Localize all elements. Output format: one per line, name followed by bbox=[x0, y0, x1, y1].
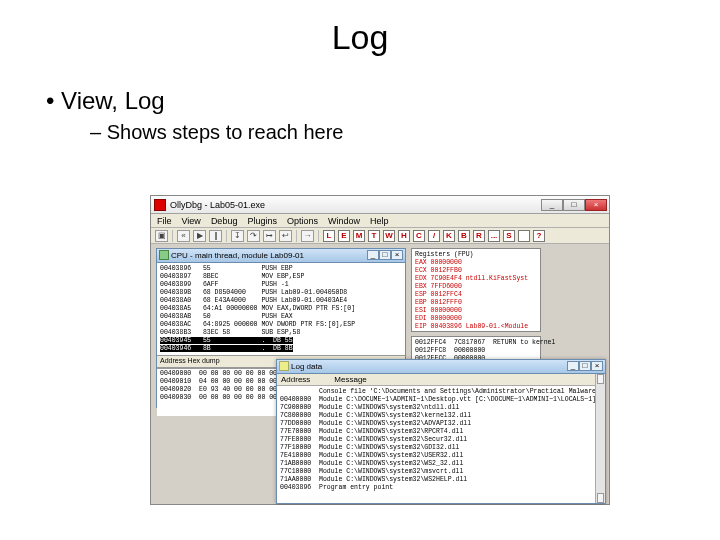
log-col-address: Address bbox=[281, 375, 310, 384]
titlebar[interactable]: OllyDbg - Lab05-01.exe _ □ × bbox=[151, 196, 609, 214]
slide-title: Log bbox=[0, 18, 720, 57]
tile-H[interactable]: H bbox=[398, 230, 410, 242]
minimize-button[interactable]: _ bbox=[541, 199, 563, 211]
menu-plugins[interactable]: Plugins bbox=[247, 216, 277, 226]
tile-help[interactable]: ? bbox=[533, 230, 545, 242]
cpu-max-button[interactable]: □ bbox=[379, 250, 391, 260]
selected-row: 00403945 55 . DB 55 bbox=[160, 337, 293, 344]
tool-pause-icon[interactable]: ‖ bbox=[209, 230, 222, 242]
tile-more[interactable]: ... bbox=[488, 230, 500, 242]
subbullet-desc: Shows steps to reach here bbox=[90, 121, 720, 144]
ollydbg-main-window: OllyDbg - Lab05-01.exe _ □ × File View D… bbox=[150, 195, 610, 505]
menubar: File View Debug Plugins Options Window H… bbox=[151, 214, 609, 228]
tile-K[interactable]: K bbox=[443, 230, 455, 242]
close-button[interactable]: × bbox=[585, 199, 607, 211]
log-title: Log data bbox=[291, 362, 322, 371]
cpu-close-button[interactable]: × bbox=[391, 250, 403, 260]
app-icon bbox=[154, 199, 166, 211]
registers-title: Registers (FPU) bbox=[415, 251, 537, 259]
log-col-message: Message bbox=[334, 375, 366, 384]
screenshot-region: OllyDbg - Lab05-01.exe _ □ × File View D… bbox=[150, 195, 610, 505]
cpu-min-button[interactable]: _ bbox=[367, 250, 379, 260]
log-titlebar[interactable]: Log data _ □ × bbox=[277, 360, 605, 374]
log-scrollbar[interactable] bbox=[595, 374, 605, 503]
log-icon bbox=[279, 361, 289, 371]
tool-goto-icon[interactable]: → bbox=[301, 230, 314, 242]
menu-window[interactable]: Window bbox=[328, 216, 360, 226]
tile-W[interactable]: W bbox=[383, 230, 395, 242]
toolbar: ▣ « ▶ ‖ ↧ ↷ ↦ ↩ → L E M T W H C / K B R … bbox=[151, 228, 609, 244]
maximize-button[interactable]: □ bbox=[563, 199, 585, 211]
tile-M[interactable]: M bbox=[353, 230, 365, 242]
tile-T[interactable]: T bbox=[368, 230, 380, 242]
menu-view[interactable]: View bbox=[182, 216, 201, 226]
log-max-button[interactable]: □ bbox=[579, 361, 591, 371]
menu-help[interactable]: Help bbox=[370, 216, 389, 226]
tool-play-icon[interactable]: ▶ bbox=[193, 230, 206, 242]
tile-L[interactable]: L bbox=[323, 230, 335, 242]
tile-slash[interactable]: / bbox=[428, 230, 440, 242]
menu-options[interactable]: Options bbox=[287, 216, 318, 226]
cpu-titlebar[interactable]: CPU - main thread, module Lab09-01 _ □ × bbox=[157, 249, 405, 263]
menu-file[interactable]: File bbox=[157, 216, 172, 226]
tile-blank[interactable] bbox=[518, 230, 530, 242]
tile-S[interactable]: S bbox=[503, 230, 515, 242]
cpu-title: CPU - main thread, module Lab09-01 bbox=[171, 251, 304, 260]
log-columns: Address Message bbox=[277, 374, 605, 386]
tool-restart-icon[interactable]: « bbox=[177, 230, 190, 242]
tool-stepover-icon[interactable]: ↷ bbox=[247, 230, 260, 242]
log-body[interactable]: Console file 'C:\Documents and Settings\… bbox=[277, 386, 605, 501]
menu-debug[interactable]: Debug bbox=[211, 216, 238, 226]
tool-stepinto-icon[interactable]: ↧ bbox=[231, 230, 244, 242]
log-window[interactable]: Log data _ □ × Address Message Console f… bbox=[276, 359, 606, 504]
tile-C[interactable]: C bbox=[413, 230, 425, 242]
log-close-button[interactable]: × bbox=[591, 361, 603, 371]
tool-trace-icon[interactable]: ↦ bbox=[263, 230, 276, 242]
app-title: OllyDbg - Lab05-01.exe bbox=[170, 200, 265, 210]
tile-B[interactable]: B bbox=[458, 230, 470, 242]
cpu-icon bbox=[159, 250, 169, 260]
disassembly-pane[interactable]: 00403896 55 PUSH EBP 00403897 8BEC MOV E… bbox=[157, 263, 405, 355]
log-min-button[interactable]: _ bbox=[567, 361, 579, 371]
tool-ret-icon[interactable]: ↩ bbox=[279, 230, 292, 242]
registers-body: EAX 00000000 ECX 0012FFB0 EDX 7C90E4F4 n… bbox=[415, 259, 528, 330]
tool-open-icon[interactable]: ▣ bbox=[155, 230, 168, 242]
bullet-view-log: View, Log bbox=[46, 87, 720, 115]
registers-pane[interactable]: Registers (FPU)EAX 00000000 ECX 0012FFB0… bbox=[411, 248, 541, 332]
tile-E[interactable]: E bbox=[338, 230, 350, 242]
tile-R[interactable]: R bbox=[473, 230, 485, 242]
